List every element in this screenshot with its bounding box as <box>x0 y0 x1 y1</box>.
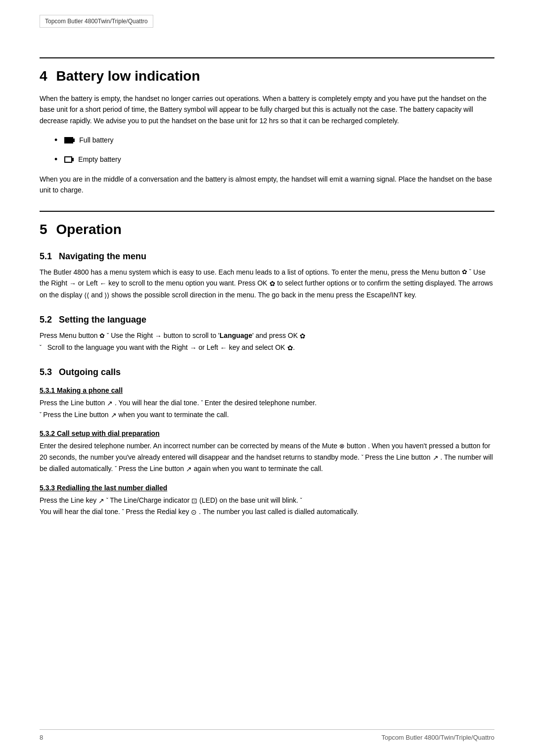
sub2-body7: key and select OK <box>229 343 285 351</box>
sub1-body-text: The Butler 4800 has a menu system which … <box>40 268 460 276</box>
arrow-right-icon3: → <box>190 342 197 353</box>
phone-icon1: ↗ <box>107 398 113 409</box>
sub1-body4: key to scroll to the menu option you wan… <box>108 279 267 287</box>
scroll-left-icon: ⟨⟨ <box>84 290 89 301</box>
redial-icon: ⊙ <box>191 507 197 518</box>
subsub3-body6: . The number you last called is dialled … <box>199 508 358 516</box>
subsection52-title: 5.2 Setting the language <box>40 315 494 325</box>
subsub1-num: 5.3.1 <box>40 386 55 394</box>
subsub3-num: 5.3.3 <box>40 484 55 492</box>
subsub1-body1: Press the Line button <box>40 399 105 407</box>
section5-num: 5 <box>40 222 47 237</box>
header-brand: Topcom Butler 4800Twin/Triple/Quattro <box>45 18 148 25</box>
subsub2-body1: Enter the desired telephone number. An i… <box>40 442 337 450</box>
section4-container <box>40 57 494 63</box>
sub1-body6: and <box>91 291 102 299</box>
sub1-body7: shows the possible scroll direction in t… <box>111 291 416 299</box>
ok-icon1: ✿ <box>269 278 275 289</box>
battery-list: Full battery Empty battery <box>54 133 494 167</box>
arrow-right-icon1: → <box>69 278 76 289</box>
subsection51-title: 5.1 Navigating the menu <box>40 251 494 262</box>
section4-title-text: Battery low indication <box>56 68 200 84</box>
header-bar: Topcom Butler 4800Twin/Triple/Quattro <box>40 15 153 28</box>
subsubsection533-title: 5.3.3 Redialling the last number dialled <box>40 484 494 492</box>
subsub3-body: Press the Line key ↗ ˇ The Line/Charge i… <box>40 495 494 518</box>
subsub3-title-text: Redialling the last number dialled <box>57 484 167 492</box>
phone-icon2: ↗ <box>111 410 117 421</box>
subsub1-body5: when you want to terminate the call. <box>118 411 228 419</box>
sub2-body3: button to scroll to ' <box>164 331 220 339</box>
sub2-body2: Use the Right <box>111 331 153 339</box>
subsub1-title-text: Making a phone call <box>57 386 123 394</box>
battery-full-icon <box>64 137 73 143</box>
subsection52-body: Press Menu button ✿ ˇ Use the Right → bu… <box>40 330 494 353</box>
battery-empty-label: Empty battery <box>78 154 121 165</box>
section4-body2: When you are in the middle of a conversa… <box>40 174 494 196</box>
ok-icon2: ✿ <box>300 331 306 341</box>
sub2-body1: Press Menu button <box>40 331 98 339</box>
subsub2-body: Enter the desired telephone number. An i… <box>40 440 494 475</box>
sub2-body5: Scroll to the language you want with the… <box>47 343 188 351</box>
page: Topcom Butler 4800Twin/Triple/Quattro 4 … <box>0 0 534 756</box>
subsub3-body5: Press the Redial key <box>126 508 189 516</box>
subsub2-body6: again when you want to terminate the cal… <box>194 465 323 472</box>
subsub2-body5: Press the Line button <box>119 465 184 472</box>
subsection52-title-text: Setting the language <box>59 315 146 325</box>
subsection53-num: 5.3 <box>40 367 52 378</box>
subsection52-num: 5.2 <box>40 315 52 325</box>
section5-title-text: Operation <box>56 222 122 237</box>
menu-icon: ✿ ˇ <box>462 267 471 278</box>
subsub1-body3: Enter the desired telephone number. <box>205 399 317 407</box>
subsubsection531-title: 5.3.1 Making a phone call <box>40 386 494 394</box>
subsub2-body3: Press the Line button <box>365 453 430 461</box>
phone-icon5: ↗ <box>98 495 104 506</box>
ok-icon3: ✿ <box>287 342 293 353</box>
section5-separator <box>40 211 494 217</box>
sub2-body4: ' and press OK <box>252 331 298 339</box>
footer-page-num: 8 <box>40 734 43 741</box>
subsection51-title-text: Navigating the menu <box>59 251 146 262</box>
charge-icon: ⊡ <box>191 495 197 506</box>
battery-empty-item: Empty battery <box>54 152 494 167</box>
subsection53-title-text: Outgoing calls <box>59 367 121 378</box>
section4-body1: When the battery is empty, the handset n… <box>40 93 494 126</box>
phone-icon3: ↗ <box>433 452 439 463</box>
arrow-left-icon2: ← <box>220 342 227 353</box>
subsub2-title-text: Call setup with dial preparation <box>57 429 160 437</box>
subsub1-body: Press the Line button ↗ . You will hear … <box>40 397 494 421</box>
section4-title: 4 Battery low indication <box>40 68 494 84</box>
subsub1-body2: . You will hear the dial tone. <box>115 399 199 407</box>
mute-icon: ⊗ <box>339 441 345 452</box>
subsub3-body4: You will hear the dial tone. <box>40 508 120 516</box>
section5-title: 5 Operation <box>40 222 494 237</box>
lang-bold: Language <box>220 331 252 339</box>
subsection51-num: 5.1 <box>40 251 52 262</box>
subsub3-body1: Press the Line key <box>40 496 96 504</box>
subsection51-body: The Butler 4800 has a menu system which … <box>40 267 494 301</box>
sub2-body6: or Left <box>199 343 219 351</box>
battery-full-item: Full battery <box>54 133 494 147</box>
subsub1-body4: Press the Line button <box>43 411 108 419</box>
menu-icon2: ✿ ˇ <box>99 331 109 341</box>
battery-empty-icon <box>64 156 72 163</box>
subsubsection532-title: 5.3.2 Call setup with dial preparation <box>40 429 494 437</box>
subsection53-title: 5.3 Outgoing calls <box>40 367 494 378</box>
subsub3-body3: (LED) on the base unit will blink. <box>199 496 298 504</box>
footer: 8 Topcom Butler 4800/Twin/Triple/Quattro <box>40 729 494 741</box>
section4-num: 4 <box>40 68 47 84</box>
subsub2-num: 5.3.2 <box>40 429 55 437</box>
battery-full-label: Full battery <box>79 135 113 145</box>
sub1-body3: or Left <box>78 279 98 287</box>
arrow-left-icon1: ← <box>99 278 106 289</box>
subsub3-body2: The Line/Charge indicator <box>110 496 189 504</box>
arrow-right-icon2: → <box>155 331 162 341</box>
footer-brand: Topcom Butler 4800/Twin/Triple/Quattro <box>381 734 494 741</box>
phone-icon4: ↗ <box>186 464 192 474</box>
scroll-right-icon: ⟩⟩ <box>104 290 109 301</box>
